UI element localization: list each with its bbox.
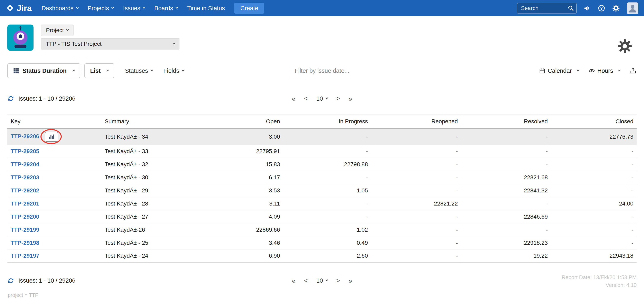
issue-key-link[interactable]: TTP-29206 [11,133,39,139]
report-type-button[interactable]: Status Duration [7,63,80,78]
value-resolved: 19.22 [461,249,551,262]
view-mode-label: List [90,68,101,74]
value-resolved: - [461,158,551,171]
key-cell: TTP-29201 [7,197,101,210]
grid-icon [13,68,19,74]
issue-key-link[interactable]: TTP-29200 [11,213,39,220]
issue-key-link[interactable]: TTP-29204 [11,161,39,167]
issue-summary: Test KaydÄ± - 24 [101,249,232,262]
first-page-button[interactable]: « [292,95,296,103]
filter-by-date-input[interactable]: Filter by issue date... [295,68,350,74]
value-in-progress: 1.05 [283,184,371,197]
key-cell: TTP-29204 [7,158,101,171]
issue-key-link[interactable]: TTP-29205 [11,148,39,154]
project-chip-label: Project [46,27,64,34]
export-icon[interactable] [630,67,637,74]
nav-item-issues[interactable]: Issues [123,5,145,12]
value-resolved: - [461,145,551,158]
refresh-icon[interactable] [7,95,14,102]
last-page-button[interactable]: » [348,277,352,285]
prev-page-button[interactable]: < [304,95,308,102]
issue-key-link[interactable]: TTP-29197 [11,252,39,259]
issue-key-link[interactable]: TTP-29201 [11,200,39,207]
issue-key-link[interactable]: TTP-29202 [11,187,39,194]
top-navigation-bar: Jira DashboardsProjectsIssuesBoardsTime … [0,0,644,16]
statuses-label: Statuses [125,68,148,74]
user-avatar[interactable] [627,3,638,14]
table-row: TTP-29197Test KaydÄ± - 246.902.60-19.222… [7,249,637,262]
key-cell: TTP-29206 [7,129,101,145]
hours-dropdown[interactable]: Hours [588,68,620,74]
last-page-button[interactable]: » [348,95,352,103]
issue-summary: Test KaydÄ±-26 [101,223,232,236]
nav-item-dashboards[interactable]: Dashboards [42,5,78,12]
pagination-top: « < 10 > » [292,95,352,103]
nav-item-projects[interactable]: Projects [88,5,114,12]
table-row: TTP-29206Test KaydÄ± - 343.00---22776.73 [7,129,637,145]
value-in-progress: 2.60 [283,249,371,262]
table-row: TTP-29203Test KaydÄ± - 306.17--22821.68- [7,171,637,184]
next-page-button[interactable]: > [336,277,340,284]
value-reopened: - [371,145,461,158]
chevron-down-icon [182,69,184,71]
value-resolved: - [461,223,551,236]
nav-item-label: Dashboards [42,5,73,12]
page-size-dropdown[interactable]: 10 [316,95,328,102]
chevron-down-icon [176,6,178,9]
value-open: 6.17 [232,171,283,184]
chevron-down-icon [66,28,69,31]
value-in-progress: 22798.88 [283,158,371,171]
issue-key-link[interactable]: TTP-29199 [11,227,39,233]
value-reopened: - [371,171,461,184]
feedback-megaphone-icon[interactable] [584,5,591,12]
jql-query-text: project = TTP [8,292,644,298]
issue-summary: Test KaydÄ± - 29 [101,184,232,197]
nav-item-time-in-status[interactable]: Time in Status [187,5,225,12]
issue-key-link[interactable]: TTP-29198 [11,240,39,246]
refresh-icon[interactable] [7,277,14,284]
calendar-dropdown[interactable]: Calendar [539,68,579,74]
search-icon[interactable] [568,5,574,13]
chevron-down-icon [325,278,328,281]
issue-key-link[interactable]: TTP-29203 [11,174,39,181]
help-icon[interactable]: ? [598,5,605,12]
first-page-button[interactable]: « [292,277,296,285]
statuses-dropdown[interactable]: Statuses [125,68,153,74]
create-button[interactable]: Create [234,3,264,14]
value-in-progress: - [283,210,371,223]
value-in-progress: 1.02 [283,223,371,236]
settings-gear-icon[interactable] [612,4,620,12]
column-header-reopened: Reopened [371,115,461,129]
nav-item-boards[interactable]: Boards [154,5,178,12]
value-in-progress: - [283,145,371,158]
project-header: Project TTP - TIS Test Project [0,16,644,51]
page-size-dropdown[interactable]: 10 [316,277,328,284]
view-mode-button[interactable]: List [84,63,114,78]
report-settings-gear-icon[interactable] [617,39,632,55]
value-open: 3.46 [232,236,283,249]
project-chip-button[interactable]: Project [41,25,74,36]
column-header-summary: Summary [101,115,232,129]
nav-item-label: Issues [123,5,140,12]
jira-logo[interactable]: Jira [6,4,32,13]
value-closed: - [551,223,637,236]
value-reopened: - [371,129,461,145]
fields-dropdown[interactable]: Fields [163,68,184,74]
eye-icon [588,68,595,74]
chevron-down-icon [150,69,153,71]
prev-page-button[interactable]: < [304,277,308,284]
project-select-dropdown[interactable]: TTP - TIS Test Project [41,39,180,50]
nav-menu: DashboardsProjectsIssuesBoardsTime in St… [42,5,225,12]
value-closed: 22943.18 [551,249,637,262]
chevron-down-icon [577,69,580,71]
nav-item-label: Time in Status [187,5,225,12]
issue-summary: Test KaydÄ± - 28 [101,197,232,210]
next-page-button[interactable]: > [336,95,340,102]
hours-label: Hours [598,68,613,74]
value-resolved: 22821.68 [461,171,551,184]
value-resolved: - [461,129,551,145]
bar-chart-icon-button[interactable] [45,132,58,142]
report-toolbar: Status Duration List Statuses Fields Fil… [0,63,644,78]
column-header-closed: Closed [551,115,637,129]
pagination-bottom: « < 10 > » [292,277,352,285]
